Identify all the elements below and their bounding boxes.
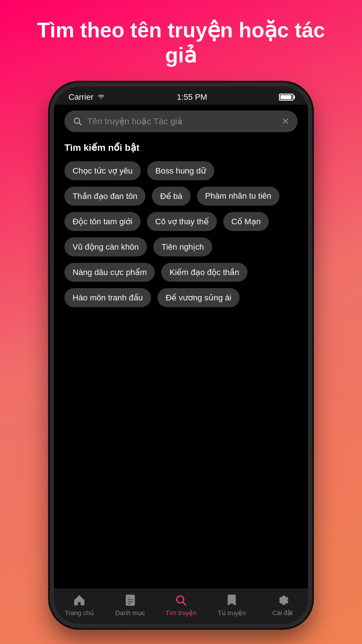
search-icon [73, 116, 82, 126]
tab-gear[interactable]: Cài đặt [265, 594, 300, 617]
tag-item[interactable]: Chọc tức vợ yêu [64, 161, 141, 180]
status-bar: Carrier 1:55 PM [54, 87, 308, 105]
tab-search[interactable]: Tìm truyện [164, 594, 198, 617]
battery-icon [279, 94, 294, 101]
tag-item[interactable]: Cô vợ thay thế [147, 212, 217, 231]
tag-item[interactable]: Vũ động càn khôn [64, 237, 147, 256]
tag-item[interactable]: Đế bá [152, 187, 190, 206]
tag-item[interactable]: Tiên nghịch [153, 237, 212, 256]
tag-item[interactable]: Kiếm đạo độc thần [161, 263, 247, 282]
time-label: 1:55 PM [177, 92, 207, 102]
phone-content: Tên truyện hoặc Tác giả ✕ Tìm kiếm nổi b… [54, 105, 308, 589]
phone-frame: Carrier 1:55 PM Tên truyện hoặc Tác giả … [50, 83, 312, 628]
tag-item[interactable]: Nàng dâu cực phẩm [64, 263, 155, 282]
tab-bookmark[interactable]: Tủ truyện [214, 594, 249, 617]
home-icon [72, 594, 87, 607]
tab-bar: Trang chủDanh mụcTìm truyệnTủ truyệnCài … [54, 589, 308, 624]
tab-book[interactable]: Danh mục [113, 594, 148, 617]
tag-item[interactable]: Hào môn tranh đấu [64, 288, 151, 307]
tag-item[interactable]: Phàm nhân tu tiên [197, 187, 280, 206]
tag-item[interactable]: Cố Mạn [223, 212, 269, 231]
tag-item[interactable]: Đế vương sủng ái [157, 288, 240, 307]
svg-line-1 [79, 123, 81, 125]
search-bar[interactable]: Tên truyện hoặc Tác giả ✕ [64, 111, 298, 132]
section-title: Tìm kiếm nổi bật [54, 139, 308, 161]
tag-item[interactable]: Boss hung dữ [147, 161, 214, 180]
gear-icon [275, 594, 290, 607]
tab-label-book: Danh mục [115, 609, 145, 617]
tab-home[interactable]: Trang chủ [62, 594, 97, 617]
wifi-icon [97, 94, 105, 100]
tag-item[interactable]: Độc tôn tam giới [64, 212, 140, 231]
search-container: Tên truyện hoặc Tác giả ✕ [54, 105, 308, 139]
tab-label-home: Trang chủ [65, 609, 94, 617]
search-icon [174, 594, 188, 607]
bookmark-icon [224, 594, 239, 607]
search-clear-button[interactable]: ✕ [282, 116, 289, 127]
tab-label-gear: Cài đặt [273, 609, 293, 617]
tab-label-search: Tìm truyện [166, 609, 197, 617]
search-placeholder: Tên truyện hoặc Tác giả [87, 116, 277, 126]
carrier-label: Carrier [68, 92, 94, 102]
page-title: Tìm theo tên truyện hoặc tác giả [0, 0, 362, 83]
book-icon [123, 594, 138, 607]
tab-label-bookmark: Tủ truyện [218, 609, 246, 617]
svg-line-3 [183, 602, 186, 605]
tag-item[interactable]: Thần đạo đan tôn [64, 187, 145, 206]
tags-container: Chọc tức vợ yêuBoss hung dữThần đạo đan … [54, 161, 308, 307]
